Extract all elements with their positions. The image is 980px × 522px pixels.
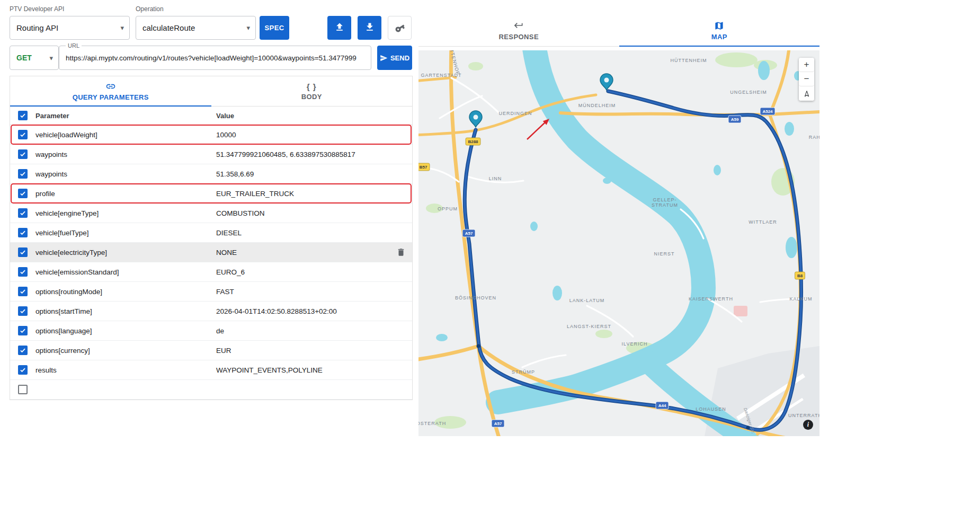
tab-response-label: RESPONSE: [499, 33, 539, 41]
upload-button[interactable]: [327, 16, 351, 40]
param-name[interactable]: waypoints: [35, 151, 216, 158]
param-value[interactable]: DIESEL: [216, 229, 242, 237]
road-shield: A59: [728, 116, 741, 123]
param-row: vehicle[engineType]COMBUSTION: [10, 204, 412, 223]
road-shield: A57: [492, 420, 504, 427]
map-place-label: LOHAUSEN: [696, 406, 726, 412]
map-place-label: NIERST: [654, 251, 674, 256]
tab-query-parameters[interactable]: QUERY PARAMETERS: [10, 76, 211, 106]
param-name[interactable]: vehicle[fuelType]: [35, 229, 216, 237]
svg-text:A44: A44: [658, 403, 666, 408]
row-checkbox[interactable]: [18, 346, 28, 355]
param-value[interactable]: FAST: [216, 288, 234, 296]
road-shield: A57: [462, 229, 475, 237]
tab-body[interactable]: { } BODY: [211, 76, 413, 106]
send-button[interactable]: SEND: [377, 46, 412, 70]
map-place-label: LINN: [489, 176, 502, 181]
row-checkbox[interactable]: [18, 169, 28, 179]
map-icon: [714, 21, 724, 31]
param-row: vehicle[fuelType]DIESEL: [10, 223, 412, 243]
param-name[interactable]: results: [35, 366, 216, 374]
svg-text:A524: A524: [762, 109, 773, 114]
send-icon: [380, 54, 388, 62]
zoom-in-button[interactable]: +: [799, 58, 814, 72]
zoom-out-button[interactable]: −: [799, 72, 814, 86]
chevron-down-icon: ▾: [49, 54, 53, 62]
map-info-button[interactable]: i: [803, 420, 813, 430]
param-name[interactable]: options[currency]: [35, 347, 216, 355]
url-input[interactable]: [66, 47, 368, 69]
row-checkbox[interactable]: [18, 385, 28, 394]
tab-response[interactable]: RESPONSE: [418, 15, 619, 46]
param-value[interactable]: EURO_6: [216, 268, 245, 276]
operation-select[interactable]: calculateRoute ▾: [136, 16, 256, 40]
row-checkbox[interactable]: [18, 208, 28, 218]
param-value[interactable]: COMBUSTION: [216, 209, 265, 217]
delete-row-icon[interactable]: [396, 247, 406, 257]
parameters-card: QUERY PARAMETERS { } BODY Parameter Valu…: [10, 76, 413, 400]
map-place-label: KAISERSWERTH: [689, 296, 733, 302]
row-checkbox[interactable]: [18, 149, 28, 159]
row-checkbox[interactable]: [18, 247, 28, 257]
row-checkbox[interactable]: [18, 130, 28, 139]
param-value[interactable]: 51.358,6.69: [216, 170, 254, 178]
row-checkbox[interactable]: [18, 306, 28, 316]
download-button[interactable]: [358, 16, 381, 40]
param-name[interactable]: waypoints: [35, 170, 216, 178]
api-key-button[interactable]: [388, 16, 412, 40]
param-value[interactable]: de: [216, 327, 224, 335]
row-checkbox[interactable]: [18, 267, 28, 277]
operation-select-value: calculateRoute: [142, 23, 195, 32]
tab-body-label: BODY: [301, 93, 322, 101]
param-row: options[language]de: [10, 321, 412, 341]
map-place-label: UERDINGEN: [498, 111, 532, 116]
param-name[interactable]: vehicle[engineType]: [35, 209, 216, 217]
road-shield: B57: [418, 163, 430, 171]
param-name[interactable]: options[startTime]: [35, 307, 216, 315]
row-checkbox[interactable]: [18, 326, 28, 335]
param-value[interactable]: EUR: [216, 347, 231, 355]
param-name[interactable]: vehicle[loadWeight]: [35, 131, 216, 139]
tab-map[interactable]: MAP: [619, 15, 820, 46]
param-value[interactable]: 2026-04-01T14:02:50.8288513+02:00: [216, 307, 337, 315]
map-place-label: ILVERICH: [622, 341, 648, 347]
param-name[interactable]: vehicle[emissionStandard]: [35, 268, 216, 276]
row-checkbox[interactable]: [18, 228, 28, 237]
param-row: options[currency]EUR: [10, 341, 412, 360]
param-name[interactable]: profile: [35, 190, 216, 198]
param-value[interactable]: WAYPOINT_EVENTS,POLYLINE: [216, 366, 323, 374]
api-select-value: Routing API: [16, 23, 58, 32]
spec-button[interactable]: SPEC: [260, 16, 289, 40]
param-row: waypoints51.347799921060485, 6.633897530…: [10, 145, 412, 164]
param-name[interactable]: options[routingMode]: [35, 288, 216, 296]
map-place-label: UNTERRATH: [788, 413, 819, 418]
right-tab-bar: RESPONSE MAP: [418, 15, 819, 47]
map-canvas[interactable]: B288B57A57A57A44A59A524B8 GARTENSTADTCHA…: [418, 50, 819, 436]
param-row: resultsWAYPOINT_EVENTS,POLYLINE: [10, 360, 412, 380]
map-place-label: LANK-LATUM: [569, 298, 604, 303]
param-value[interactable]: 51.347799921060485, 6.633897530885817: [216, 151, 355, 158]
param-name[interactable]: options[language]: [35, 327, 216, 335]
map-place-label: OSTERATH: [418, 421, 446, 426]
param-value[interactable]: EUR_TRAILER_TRUCK: [216, 190, 294, 198]
param-row: [10, 380, 412, 400]
road-shield: A524: [760, 108, 775, 115]
url-field: URL: [59, 46, 371, 70]
send-button-label: SEND: [390, 54, 409, 62]
param-value[interactable]: 10000: [216, 131, 236, 139]
select-all-checkbox[interactable]: [18, 111, 28, 120]
row-checkbox[interactable]: [18, 287, 28, 296]
download-icon: [364, 22, 375, 34]
api-explorer-app: PTV Developer API Operation Routing API …: [0, 0, 980, 522]
param-value[interactable]: NONE: [216, 249, 237, 256]
api-select[interactable]: Routing API ▾: [10, 16, 130, 40]
http-method-select[interactable]: GET ▾: [10, 46, 59, 70]
row-checkbox[interactable]: [18, 365, 28, 375]
param-row: options[startTime]2026-04-01T14:02:50.82…: [10, 302, 412, 321]
svg-text:B8: B8: [797, 273, 803, 278]
http-method-value: GET: [16, 54, 32, 62]
compass-button[interactable]: [799, 86, 814, 101]
row-checkbox[interactable]: [18, 189, 28, 198]
param-row: vehicle[loadWeight]10000: [10, 125, 412, 145]
param-name[interactable]: vehicle[electricityType]: [35, 249, 216, 256]
